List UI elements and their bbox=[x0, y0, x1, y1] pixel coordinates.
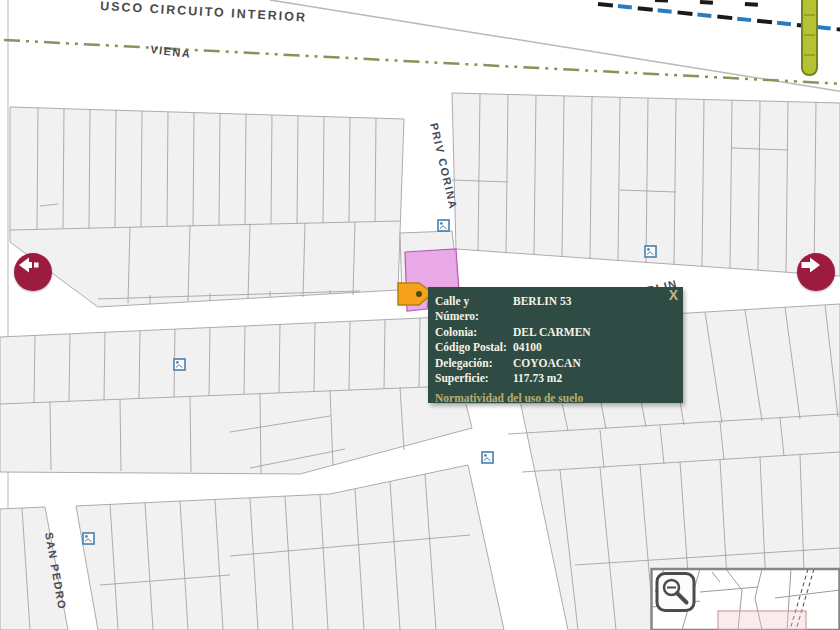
map-viewer: USCO CIRCUITO INTERIOR VIENA PRIV CORINA… bbox=[0, 0, 840, 630]
info-popup: X Calle y Número: BERLIN 53 Colonia: DEL… bbox=[428, 287, 683, 403]
field-value: COYOACAN bbox=[513, 356, 675, 371]
image-placeholder-icon bbox=[645, 246, 656, 257]
normatividad-link[interactable]: Normatividad del uso de suelo bbox=[435, 392, 583, 404]
arrow-left-icon bbox=[14, 253, 42, 277]
arrow-right-icon bbox=[797, 253, 825, 277]
overview-extent-box bbox=[718, 611, 806, 630]
field-value: 117.73 m2 bbox=[513, 371, 675, 386]
field-label: Código Postal: bbox=[435, 340, 513, 355]
parcel-blocks bbox=[0, 93, 840, 630]
pan-left-button[interactable] bbox=[14, 253, 52, 291]
route-line-symbol bbox=[802, 0, 817, 75]
pan-right-button[interactable] bbox=[797, 253, 835, 291]
image-placeholder-icon bbox=[438, 220, 449, 231]
field-value: BERLIN 53 bbox=[513, 294, 675, 325]
overview-map[interactable] bbox=[652, 569, 840, 630]
image-placeholder-icon bbox=[83, 533, 94, 544]
popup-field-row: Calle y Número: BERLIN 53 bbox=[435, 294, 675, 325]
close-icon[interactable]: X bbox=[669, 288, 678, 302]
street-label-viena: VIENA bbox=[150, 43, 192, 60]
viena-street-line bbox=[4, 40, 840, 84]
field-label: Colonia: bbox=[435, 325, 513, 340]
parcel-block bbox=[0, 317, 472, 474]
zoom-out-icon[interactable] bbox=[657, 574, 694, 611]
field-label: Superficie: bbox=[435, 371, 513, 386]
map-canvas[interactable]: USCO CIRCUITO INTERIOR VIENA PRIV CORINA… bbox=[0, 0, 840, 630]
image-placeholder-icon bbox=[482, 452, 493, 463]
popup-field-row: Delegación: COYOACAN bbox=[435, 356, 675, 371]
popup-field-row: Superficie: 117.73 m2 bbox=[435, 371, 675, 386]
popup-field-row: Código Postal: 04100 bbox=[435, 340, 675, 355]
field-value: DEL CARMEN bbox=[513, 325, 675, 340]
popup-field-row: Colonia: DEL CARMEN bbox=[435, 325, 675, 340]
field-value: 04100 bbox=[513, 340, 675, 355]
parcel-block bbox=[10, 107, 404, 307]
boundary-dash-extra bbox=[655, 0, 765, 5]
street-label-circuito-interior: USCO CIRCUITO INTERIOR bbox=[100, 0, 307, 25]
image-placeholder-icon bbox=[174, 359, 185, 370]
field-label: Delegación: bbox=[435, 356, 513, 371]
field-label: Calle y Número: bbox=[435, 294, 513, 325]
parcel-block bbox=[76, 465, 504, 630]
